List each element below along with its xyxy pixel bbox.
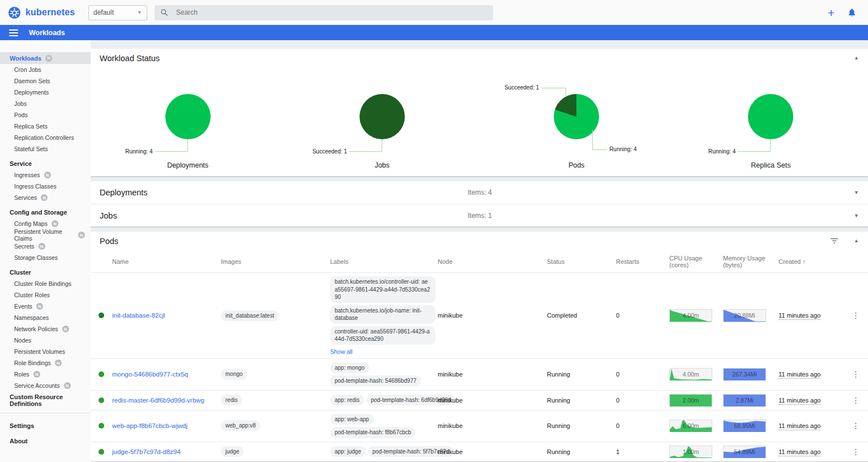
jobs-section-row[interactable]: Jobs Items: 1 ▼ [91, 204, 868, 226]
row-menu-button[interactable]: ⋮ [844, 370, 868, 379]
sidebar-item-pods[interactable]: Pods [0, 109, 91, 121]
sidebar-item-nodes[interactable]: Nodes [0, 335, 91, 346]
pod-name-link[interactable]: init-database-82cjl [112, 312, 165, 319]
sidebar-item-replication-controllers[interactable]: Replication Controllers [0, 132, 91, 143]
row-menu-button[interactable]: ⋮ [844, 396, 868, 405]
sidebar-item-cron-jobs[interactable]: Cron Jobs [0, 64, 91, 75]
pod-name-link[interactable]: judge-5f7b7c97d-d8z94 [112, 448, 181, 455]
col-memory[interactable]: Memory Usage (bytes) [723, 255, 779, 268]
sidebar-item-ingress-classes[interactable]: Ingress Classes [0, 181, 91, 192]
pod-restarts-cell: 0 [616, 422, 669, 429]
namespace-selector[interactable]: default ▼ [88, 5, 147, 20]
expand-down-icon[interactable]: ▼ [854, 204, 859, 227]
sidebar-item-services[interactable]: ServicesN [0, 192, 91, 203]
sidebar-item-persistent-volume-claims[interactable]: Persistent Volume ClaimsN [0, 229, 91, 241]
slice-label-running: Running: 4 [609, 146, 636, 152]
sidebar-item-ingresses[interactable]: IngressesN [0, 169, 91, 181]
sidebar-item-secrets[interactable]: SecretsN [0, 241, 91, 252]
sidebar-item-cluster-roles[interactable]: Cluster Roles [0, 289, 91, 301]
sidebar-item-label: Settings [10, 422, 34, 429]
created-value: 11 minutes ago [779, 422, 820, 430]
created-value: 11 minutes ago [779, 448, 820, 456]
sidebar-item-jobs[interactable]: Jobs [0, 98, 91, 109]
pod-name-cell: init-database-82cjl [112, 312, 221, 319]
sidebar-item-persistent-volumes[interactable]: Persistent Volumes [0, 346, 91, 357]
deployments-section-row[interactable]: Deployments Items: 4 ▼ [91, 181, 868, 204]
sidebar-item-deployments[interactable]: Deployments [0, 87, 91, 98]
col-node[interactable]: Node [438, 258, 547, 265]
sidebar-item-network-policies[interactable]: Network PoliciesN [0, 323, 91, 335]
slice-label-running: Running: 4 [708, 148, 736, 155]
collapse-up-icon[interactable]: ▲ [854, 55, 859, 61]
cpu-usage-chip: 1.00m [669, 446, 712, 458]
add-resource-button[interactable]: + [828, 7, 835, 19]
sidebar-item-events[interactable]: EventsN [0, 301, 91, 312]
sidebar-item-label: Service [10, 160, 32, 167]
new-badge: N [41, 194, 48, 201]
sidebar-item-label: Secrets [14, 243, 35, 250]
sidebar-item-service[interactable]: Service [0, 157, 91, 169]
row-menu-button[interactable]: ⋮ [844, 447, 868, 456]
filter-icon[interactable] [830, 237, 839, 245]
col-images[interactable]: Images [221, 258, 330, 265]
menu-hamburger-icon[interactable] [9, 29, 18, 36]
sidebar-item-custom-resource-definitions[interactable]: Custom Resource Definitions [0, 394, 91, 406]
col-restarts[interactable]: Restarts [616, 258, 669, 265]
pod-row-mongo-54686bd977-ctx5q: mongo-54686bd977-ctx5qmongoapp: mongopod… [91, 358, 868, 390]
sidebar-item-namespaces[interactable]: Namespaces [0, 312, 91, 323]
kubernetes-logo-icon [8, 6, 21, 19]
notifications-bell-icon[interactable] [847, 7, 857, 18]
leader-line [541, 88, 566, 97]
pod-name-link[interactable]: mongo-54686bd977-ctx5q [112, 371, 188, 378]
row-menu-button[interactable]: ⋮ [844, 311, 868, 320]
sidebar-item-settings[interactable]: Settings [0, 418, 91, 433]
pod-cpu-cell: 2.00m [669, 394, 723, 407]
sidebar-item-daemon-sets[interactable]: Daemon Sets [0, 75, 91, 87]
pod-name-link[interactable]: web-app-f8b67cbcb-wjwdj [112, 422, 187, 429]
cpu-usage-chip: 4.00m [669, 368, 712, 380]
image-chip: judge [221, 446, 243, 457]
sidebar-item-label: Events [14, 303, 32, 310]
search-bar[interactable] [155, 5, 493, 20]
pod-name-cell: redis-master-6df6b9d99d-vrbwg [112, 397, 221, 404]
sidebar-item-storage-classes[interactable]: Storage Classes [0, 252, 91, 263]
col-status[interactable]: Status [547, 258, 616, 265]
collapse-up-icon[interactable]: ▲ [854, 238, 859, 243]
sidebar-item-config-and-storage[interactable]: Config and Storage [0, 206, 91, 218]
show-all-link[interactable]: Show all [330, 348, 353, 355]
image-chip: web_app:v8 [221, 420, 260, 431]
col-created[interactable]: Created ↑ [779, 258, 844, 265]
sidebar-item-cluster[interactable]: Cluster [0, 266, 91, 278]
sidebar-item-replica-sets[interactable]: Replica Sets [0, 121, 91, 132]
pie-chart-pods: Running: 4Succeeded: 1Pods [480, 67, 674, 176]
pod-row-judge-5f7b7c97d-d8z94: judge-5f7b7c97d-d8z94judgeapp: judgepod-… [91, 442, 868, 461]
pod-row-redis-master-6df6b9d99d-vrbwg: redis-master-6df6b9d99d-vrbwgredisapp: r… [91, 390, 868, 410]
cpu-usage-chip: 6.00m [669, 420, 712, 432]
sidebar-item-workloads[interactable]: WorkloadsN [0, 52, 91, 64]
brand-name: kubernetes [25, 7, 75, 18]
sidebar-item-label: Replication Controllers [14, 134, 74, 141]
pods-table-body: init-database-82cjlinit_database:latestb… [91, 272, 868, 461]
col-cpu[interactable]: CPU Usage (cores) [669, 255, 723, 268]
sidebar-item-about[interactable]: About [0, 433, 91, 448]
search-input[interactable] [176, 8, 471, 16]
sidebar-item-service-accounts[interactable]: Service AccountsN [0, 380, 91, 391]
sidebar-item-role-bindings[interactable]: Role BindingsN [0, 357, 91, 369]
pod-name-link[interactable]: redis-master-6df6b9d99d-vrbwg [112, 397, 204, 404]
expand-down-icon[interactable]: ▼ [854, 181, 859, 204]
workload-status-card: Workload Status ▲ Running: 4DeploymentsS… [91, 49, 868, 176]
sidebar-item-roles[interactable]: RolesN [0, 369, 91, 380]
created-value: 11 minutes ago [779, 371, 820, 379]
sidebar-item-stateful-sets[interactable]: Stateful Sets [0, 143, 91, 155]
pods-table-header: Name Images Labels Node Status Restarts … [91, 250, 868, 272]
col-name[interactable]: Name [112, 258, 221, 265]
kubernetes-brand[interactable]: kubernetes [8, 6, 87, 19]
sidebar-item-config-maps[interactable]: Config MapsN [0, 218, 91, 229]
col-labels[interactable]: Labels [330, 258, 438, 265]
sidebar-item-cluster-role-bindings[interactable]: Cluster Role Bindings [0, 278, 91, 289]
sidebar-item-label: Stateful Sets [14, 146, 48, 152]
row-menu-button[interactable]: ⋮ [844, 421, 868, 430]
sidebar-nav: WorkloadsNCron JobsDaemon SetsDeployment… [0, 40, 91, 462]
sidebar-item-label: Cluster Role Bindings [14, 280, 71, 287]
pod-node-cell: minikube [438, 422, 547, 429]
